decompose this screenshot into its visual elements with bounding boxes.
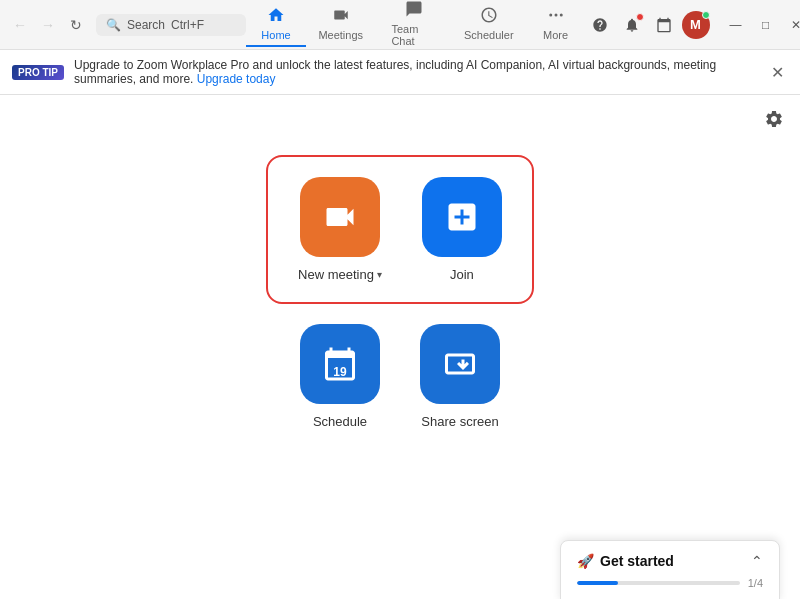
close-button[interactable]: ✕ xyxy=(782,11,800,39)
search-shortcut: Ctrl+F xyxy=(171,18,204,32)
get-started-header: 🚀 Get started ⌃ xyxy=(577,553,763,569)
tab-meetings[interactable]: Meetings xyxy=(306,2,375,47)
tab-home[interactable]: Home xyxy=(246,2,306,47)
minimize-button[interactable]: — xyxy=(722,11,750,39)
more-icon xyxy=(547,6,565,27)
nav-tabs: Home Meetings Team Chat Scheduler More xyxy=(246,0,586,53)
pro-tip-banner: PRO TIP Upgrade to Zoom Workplace Pro an… xyxy=(0,50,800,95)
get-started-icon: 🚀 xyxy=(577,553,594,569)
meetings-icon xyxy=(332,6,350,27)
new-meeting-icon-btn xyxy=(300,177,380,257)
collapse-get-started-button[interactable]: ⌃ xyxy=(751,553,763,569)
upgrade-link[interactable]: Upgrade today xyxy=(197,72,276,86)
new-meeting-label: New meeting ▾ xyxy=(298,267,382,282)
pro-tip-badge: PRO TIP xyxy=(12,65,64,80)
schedule-action[interactable]: 19 Schedule xyxy=(300,324,380,429)
notifications-button[interactable] xyxy=(618,11,646,39)
progress-bar-track xyxy=(577,581,740,585)
help-button[interactable] xyxy=(586,11,614,39)
back-button[interactable]: ← xyxy=(8,13,32,37)
get-started-panel: 🚀 Get started ⌃ 1/4 xyxy=(560,540,780,599)
share-screen-icon-btn xyxy=(420,324,500,404)
share-screen-action[interactable]: Share screen xyxy=(420,324,500,429)
search-bar[interactable]: 🔍 Search Ctrl+F xyxy=(96,14,246,36)
join-icon-btn xyxy=(422,177,502,257)
tab-meetings-label: Meetings xyxy=(318,29,363,41)
calendar-button[interactable] xyxy=(650,11,678,39)
scheduler-icon xyxy=(480,6,498,27)
home-icon xyxy=(267,6,285,27)
svg-point-0 xyxy=(549,14,552,17)
new-meeting-action[interactable]: New meeting ▾ xyxy=(298,177,382,282)
tab-more-label: More xyxy=(543,29,568,41)
tab-scheduler-label: Scheduler xyxy=(464,29,514,41)
titlebar-actions: M — □ ✕ xyxy=(586,11,800,39)
avatar-status-badge xyxy=(702,11,710,19)
team-chat-icon xyxy=(405,0,423,21)
settings-button[interactable] xyxy=(760,105,788,133)
window-controls: — □ ✕ xyxy=(722,11,800,39)
avatar-button[interactable]: M xyxy=(682,11,710,39)
refresh-button[interactable]: ↻ xyxy=(64,13,88,37)
tab-team-chat-label: Team Chat xyxy=(391,23,436,47)
pro-tip-message: Upgrade to Zoom Workplace Pro and unlock… xyxy=(74,58,757,86)
chevron-down-icon: ▾ xyxy=(377,269,382,280)
join-label: Join xyxy=(450,267,474,282)
svg-point-2 xyxy=(559,14,562,17)
tab-home-label: Home xyxy=(261,29,290,41)
maximize-button[interactable]: □ xyxy=(752,11,780,39)
search-label: Search xyxy=(127,18,165,32)
svg-text:19: 19 xyxy=(333,365,347,379)
join-action[interactable]: Join xyxy=(422,177,502,282)
forward-button[interactable]: → xyxy=(36,13,60,37)
tab-team-chat[interactable]: Team Chat xyxy=(375,0,452,53)
close-banner-button[interactable]: ✕ xyxy=(767,61,788,84)
secondary-actions-container: 19 Schedule Share screen xyxy=(300,324,500,429)
primary-actions-container: New meeting ▾ Join xyxy=(266,155,534,304)
notification-badge xyxy=(636,13,644,21)
main-content: New meeting ▾ Join 19 Schedule xyxy=(0,95,800,599)
svg-point-1 xyxy=(554,14,557,17)
search-icon: 🔍 xyxy=(106,18,121,32)
nav-controls: ← → ↻ xyxy=(8,13,88,37)
schedule-icon-btn: 19 xyxy=(300,324,380,404)
tab-scheduler[interactable]: Scheduler xyxy=(452,2,526,47)
tab-more[interactable]: More xyxy=(526,2,586,47)
share-screen-label: Share screen xyxy=(421,414,498,429)
get-started-title: 🚀 Get started xyxy=(577,553,674,569)
get-started-progress: 1/4 xyxy=(577,577,763,589)
titlebar: ← → ↻ 🔍 Search Ctrl+F Home Meetings Team… xyxy=(0,0,800,50)
schedule-label: Schedule xyxy=(313,414,367,429)
progress-bar-fill xyxy=(577,581,618,585)
progress-text: 1/4 xyxy=(748,577,763,589)
